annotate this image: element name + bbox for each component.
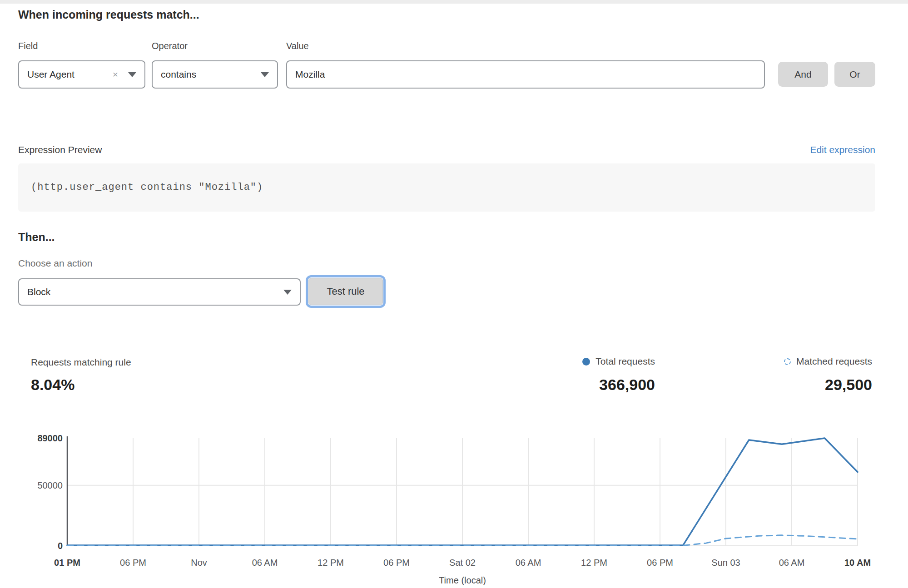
- expression-code: (http.user_agent contains "Mozilla"): [31, 182, 263, 193]
- requests-chart-svg: 0500008900001 PM06 PMNov06 AM12 PM06 PMS…: [0, 427, 908, 588]
- requests-chart: 0500008900001 PM06 PMNov06 AM12 PM06 PMS…: [0, 427, 908, 588]
- x-tick-label: Sat 02: [449, 558, 476, 568]
- chevron-down-icon: [261, 72, 269, 77]
- clear-icon[interactable]: ×: [113, 69, 118, 80]
- total-requests-value: 366,900: [599, 376, 655, 394]
- matching-rule-value: 8.04%: [31, 376, 74, 394]
- field-select-value: User Agent: [27, 69, 113, 80]
- x-tick-label: 06 PM: [383, 558, 410, 568]
- total-requests-label: Total requests: [595, 356, 655, 367]
- value-input[interactable]: [286, 60, 765, 89]
- action-select-value: Block: [27, 287, 283, 297]
- matched-requests-value: 29,500: [825, 376, 872, 394]
- y-tick-label: 89000: [37, 433, 63, 443]
- action-select[interactable]: Block: [18, 278, 301, 306]
- x-tick-label: 10 AM: [844, 558, 871, 568]
- matching-rule-label: Requests matching rule: [31, 357, 131, 368]
- operator-label: Operator: [152, 41, 188, 51]
- and-button[interactable]: And: [778, 62, 828, 87]
- matched-requests-dashed-circle-icon: [784, 358, 791, 365]
- x-tick-label: 12 PM: [318, 558, 344, 568]
- x-tick-label: 06 PM: [647, 558, 673, 568]
- choose-action-label: Choose an action: [18, 258, 92, 269]
- or-button[interactable]: Or: [834, 62, 875, 87]
- x-tick-label: 12 PM: [581, 558, 607, 568]
- y-tick-label: 50000: [37, 480, 63, 490]
- then-title: Then...: [18, 231, 55, 244]
- x-tick-label: Nov: [191, 558, 207, 568]
- expression-preview-label: Expression Preview: [18, 144, 102, 155]
- page-title: When incoming requests match...: [18, 8, 199, 21]
- matched-requests-label: Matched requests: [796, 356, 872, 367]
- test-rule-button[interactable]: Test rule: [308, 278, 383, 305]
- y-tick-label: 0: [58, 541, 63, 551]
- value-label: Value: [286, 41, 309, 51]
- expression-code-block: (http.user_agent contains "Mozilla"): [18, 163, 875, 212]
- x-tick-label: 01 PM: [54, 558, 80, 568]
- x-axis-title: Time (local): [439, 575, 486, 585]
- operator-select[interactable]: contains: [152, 60, 278, 89]
- page-top-divider: [0, 0, 908, 4]
- field-select[interactable]: User Agent ×: [18, 60, 145, 89]
- legend-total-requests: Total requests: [582, 356, 655, 367]
- chevron-down-icon: [128, 72, 136, 77]
- x-tick-label: Sun 03: [711, 558, 740, 568]
- x-tick-label: 06 AM: [516, 558, 541, 568]
- chevron-down-icon: [283, 290, 292, 295]
- x-tick-label: 06 AM: [779, 558, 805, 568]
- field-label: Field: [18, 41, 38, 51]
- edit-expression-link[interactable]: Edit expression: [810, 144, 875, 155]
- operator-select-value: contains: [161, 69, 261, 80]
- x-tick-label: 06 PM: [120, 558, 146, 568]
- x-tick-label: 06 AM: [252, 558, 278, 568]
- total-requests-dot-icon: [582, 358, 590, 366]
- legend-matched-requests: Matched requests: [784, 356, 872, 367]
